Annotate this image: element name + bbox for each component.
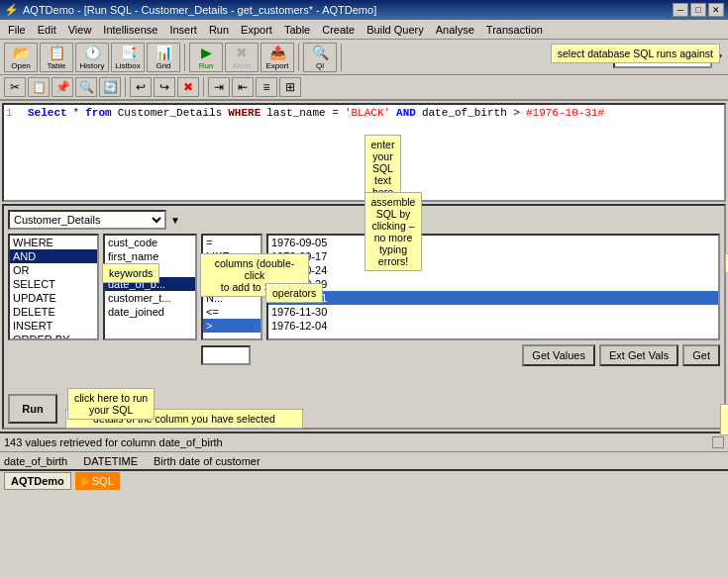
columns-listbox[interactable]: cust_code first_name last_name date_of_b…	[103, 234, 197, 340]
kw-insert[interactable]: INSERT	[10, 319, 97, 333]
op-eq[interactable]: =	[203, 236, 260, 249]
kw-update[interactable]: UPDATE	[10, 291, 97, 305]
tab-sql[interactable]: ▶ SQL	[75, 472, 120, 490]
op-lte[interactable]: <=	[203, 305, 260, 319]
menu-transaction[interactable]: Transaction	[480, 22, 549, 38]
col-description: Birth date of customer	[154, 455, 260, 467]
filter-input[interactable]	[201, 345, 251, 365]
replace-button[interactable]: 🔄	[99, 77, 121, 97]
undo-button[interactable]: ↩	[130, 77, 152, 97]
col-customer-t[interactable]: customer_t...	[105, 291, 195, 305]
col-first-name[interactable]: first_name	[105, 249, 195, 263]
menu-insert[interactable]: Insert	[163, 22, 203, 38]
kw-where[interactable]: WHERE	[10, 236, 97, 249]
kw-or[interactable]: OR	[10, 263, 97, 277]
menu-table[interactable]: Table	[278, 22, 316, 38]
copy-button[interactable]: 📋	[28, 77, 50, 97]
values-listbox[interactable]: 1976-09-05 1976-09-17 1976-10-24 1976-10…	[266, 234, 720, 340]
ql-icon: 🔍	[312, 45, 329, 60]
outdent-button[interactable]: ⇤	[232, 77, 254, 97]
close-button[interactable]: ✕	[708, 3, 724, 17]
toolbar-row2: ✂ 📋 📌 🔍 🔄 ↩ ↪ ✖ ⇥ ⇤ ≡ ⊞	[0, 75, 728, 101]
menu-run[interactable]: Run	[203, 22, 235, 38]
ql-button[interactable]: 🔍 Ql	[303, 43, 337, 72]
minimize-button[interactable]: ─	[673, 3, 688, 17]
footer: AQTDemo ▶ SQL	[0, 469, 728, 491]
buttons-row: Get Values Ext Get Vals Get populate lis…	[8, 344, 720, 366]
col-name: date_of_birth	[4, 455, 67, 467]
col-date-joined[interactable]: date_joined	[105, 305, 195, 319]
val-1976-10-31[interactable]: 1976-10-31	[268, 291, 718, 305]
sql-tab-icon: ▶	[81, 474, 90, 488]
grid-button[interactable]: 📊 Grid	[147, 43, 180, 72]
operators-annotation: operators	[265, 283, 323, 303]
menu-view[interactable]: View	[62, 22, 98, 38]
redo-button[interactable]: ↪	[154, 77, 175, 97]
tab-aqtdemo[interactable]: AQTDemo	[4, 472, 71, 490]
menu-create[interactable]: Create	[316, 22, 361, 38]
menu-file[interactable]: File	[2, 22, 32, 38]
ext-get-vals-button[interactable]: Ext Get Vals	[599, 344, 678, 366]
sql-condition2: date_of_birth >	[422, 107, 520, 119]
abort-icon: ✖	[236, 45, 248, 60]
app-icon: ⚡	[4, 3, 19, 17]
find-button[interactable]: 🔍	[75, 77, 97, 97]
column-details-bar: date_of_birth DATETIME Birth date of cus…	[0, 451, 728, 469]
table-combo-arrow: ▼	[170, 215, 180, 226]
op-gt[interactable]: >	[203, 319, 260, 333]
col-cust-code[interactable]: cust_code	[105, 236, 195, 249]
abort-button[interactable]: ✖ Abort	[225, 43, 259, 72]
sql-where-kw: WHERE	[228, 107, 260, 119]
indent-button[interactable]: ⇥	[208, 77, 230, 97]
db-annotation: select database SQL runs against	[551, 44, 720, 63]
sql-condition1: last_name =	[266, 107, 339, 119]
listbox-button[interactable]: 📑 Listbox	[111, 43, 145, 72]
table-icon: 📋	[49, 45, 65, 60]
export-button[interactable]: 📤 Export	[260, 43, 294, 72]
kw-select[interactable]: SELECT	[10, 277, 97, 291]
status-scrollbar[interactable]	[712, 436, 724, 448]
sql-tab-label: SQL	[92, 475, 114, 487]
open-button[interactable]: 📂 Open	[4, 43, 38, 72]
get-button[interactable]: Get	[682, 344, 720, 366]
val-1976-10-24[interactable]: 1976-10-24	[268, 263, 718, 277]
get-values-button[interactable]: Get Values	[522, 344, 595, 366]
kw-delete[interactable]: DELETE	[10, 305, 97, 319]
maximize-button[interactable]: □	[690, 3, 706, 17]
history-button[interactable]: 🕐 History	[75, 43, 109, 72]
menu-intellisense[interactable]: Intellisense	[97, 22, 163, 38]
menu-analyse[interactable]: Analyse	[430, 22, 480, 38]
status-bar: 143 values retrieved for column date_of_…	[0, 432, 728, 451]
keywords-listbox[interactable]: WHERE AND OR SELECT UPDATE DELETE INSERT…	[8, 234, 99, 340]
format-button[interactable]: ⊞	[279, 77, 301, 97]
delete-button[interactable]: ✖	[177, 77, 199, 97]
table-combo[interactable]: Customer_Details	[8, 210, 166, 230]
col-type: DATETIME	[83, 455, 138, 467]
sql-line-1: 1 Select * from Customer_Details WHERE l…	[6, 107, 722, 119]
cut-button[interactable]: ✂	[4, 77, 26, 97]
menu-edit[interactable]: Edit	[32, 22, 62, 38]
title-bar-buttons: ─ □ ✕	[673, 3, 724, 17]
toolbar-separator-2	[298, 44, 299, 71]
toolbar-separator-1	[184, 44, 185, 71]
kw-and[interactable]: AND	[10, 249, 97, 263]
val-1976-10-29[interactable]: 1976-10-29	[268, 277, 718, 291]
menu-bar: File Edit View Intellisense Insert Run E…	[0, 20, 728, 40]
menu-export[interactable]: Export	[235, 22, 278, 38]
sql-select-kw: Select	[28, 107, 67, 119]
run-button[interactable]: Run	[8, 394, 57, 424]
kw-order-by[interactable]: ORDER BY	[10, 333, 97, 340]
keywords-annotation: keywords	[102, 263, 159, 283]
run-toolbar-button[interactable]: ▶ Run	[189, 43, 223, 72]
comment-button[interactable]: ≡	[256, 77, 277, 97]
val-1976-09-05[interactable]: 1976-09-05	[268, 236, 718, 249]
val-1976-09-17[interactable]: 1976-09-17	[268, 249, 718, 263]
table-button[interactable]: 📋 Table	[40, 43, 73, 72]
val-1976-12-04[interactable]: 1976-12-04	[268, 319, 718, 333]
paste-button[interactable]: 📌	[52, 77, 73, 97]
val-1976-11-30[interactable]: 1976-11-30	[268, 305, 718, 319]
query-builder: assemble SQL by clicking – no more typin…	[2, 204, 726, 430]
menu-build-query[interactable]: Build Query	[361, 22, 429, 38]
title-bar: ⚡ AQTDemo - [Run SQL - Customer_Details …	[0, 0, 728, 20]
sql-editor[interactable]: 1 Select * from Customer_Details WHERE l…	[2, 103, 726, 202]
